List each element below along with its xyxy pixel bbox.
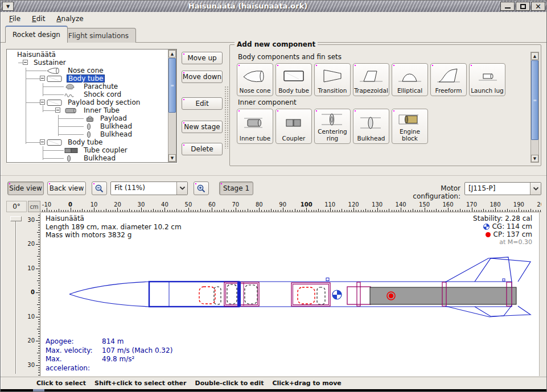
tree-expander-icon[interactable] (55, 108, 60, 113)
back-view-button[interactable]: Back view (47, 181, 86, 195)
ruler-label: 180 (490, 201, 500, 208)
move-up-button[interactable]: Move up (182, 52, 223, 64)
tree-scrollbar-thumb[interactable]: ≡ (168, 58, 176, 113)
inner-tube-outline[interactable] (224, 282, 259, 306)
parachute-outline-2[interactable] (298, 287, 315, 304)
tube-coupler-outline[interactable] (347, 287, 371, 304)
comp-nose-cone-button[interactable]: Nose cone (237, 63, 273, 96)
menu-analyze[interactable]: Analyze (51, 14, 88, 24)
tree-item-shock-cord[interactable]: Shock cord (7, 90, 167, 98)
tree-item-body-tube[interactable]: Body tube (7, 138, 167, 146)
stage-1-toggle[interactable]: Stage 1 (219, 181, 253, 195)
comp-button-label: Centering ring (315, 129, 349, 142)
tree-item-payload-body-section[interactable]: Payload body section (7, 98, 167, 106)
tree-item-bulkhead[interactable]: Bulkhead (7, 122, 167, 130)
zoom-in-button[interactable] (194, 181, 209, 195)
comp-bulkhead-button[interactable]: Bulkhead (353, 109, 389, 144)
tree-connector (43, 158, 64, 159)
comp-engine-block-button[interactable]: Engine block (392, 109, 428, 144)
apogee-value: 814 m (102, 337, 172, 346)
scroll-down-icon[interactable]: ▼ (531, 155, 538, 162)
delete-button[interactable]: Delete (182, 143, 223, 155)
tree-expander-icon[interactable] (40, 100, 45, 105)
tree-expander-icon[interactable] (40, 76, 45, 81)
comp-launch-lug-button[interactable]: Launch lug (469, 63, 505, 96)
new-stage-button[interactable]: New stage (182, 121, 223, 133)
zoom-level-combo[interactable]: Fit (11%) (110, 181, 188, 195)
scroll-up-icon[interactable]: ▲ (168, 50, 176, 57)
tree-expander-icon[interactable] (40, 139, 45, 145)
rocket-canvas[interactable]: Haisunäätä Length 189 cm, max. diameter … (41, 213, 540, 376)
launch-lug-marker[interactable] (326, 278, 329, 281)
rotation-slider-track[interactable] (15, 217, 17, 374)
tree-item-bulkhead[interactable]: Bulkhead (7, 130, 167, 138)
cg-marker (332, 290, 342, 299)
tube-separator-band[interactable] (237, 282, 241, 307)
minimize-button[interactable] (500, 2, 515, 11)
shock-cord-outline-2[interactable] (317, 287, 325, 304)
tree-scrollbar[interactable]: ▲ ≡ ▼ (168, 49, 176, 162)
acceleration-label: Max. acceleration: (46, 355, 102, 373)
comp-centering-ring-button[interactable]: Centering ring (314, 109, 351, 144)
rocket-name: Haisunäätä (46, 214, 182, 223)
maximize-button[interactable] (516, 2, 530, 11)
freeform-icon (435, 65, 462, 88)
comp-elliptical-button[interactable]: Elliptical (392, 63, 428, 96)
tree-item-sustainer[interactable]: Sustainer (7, 59, 167, 67)
component-scrollbar-thumb[interactable]: ≡ (531, 60, 538, 140)
elliptical-icon (397, 65, 423, 88)
help-hint: Shift+click to select other (94, 379, 187, 387)
motor-configuration-combo[interactable]: [J115-P] (464, 182, 541, 195)
side-view-button[interactable]: Side view (7, 181, 44, 195)
menu-file[interactable]: File (4, 14, 26, 24)
payload-outline-2[interactable] (245, 285, 257, 304)
group-label-inner-component: Inner component (238, 98, 528, 106)
group-label-body-components-and-fin-sets: Body components and fin sets (238, 53, 528, 61)
transition-icon (319, 65, 346, 88)
tree-item-label: Tube coupler (83, 146, 129, 154)
comp-transition-button[interactable]: Transition (314, 63, 351, 96)
tree-expander-icon[interactable] (23, 60, 28, 65)
taskbar-item[interactable] (33, 389, 44, 392)
add-component-panel: Add new component Body components and fi… (229, 44, 541, 166)
comp-button-label: Coupler (282, 135, 306, 142)
tab-flight-simulations[interactable]: Flight simulations (61, 28, 136, 43)
zoom-out-button[interactable] (92, 181, 107, 195)
tree-item-label: Parachute (83, 82, 119, 90)
close-button[interactable]: ✕ (531, 2, 545, 11)
comp-inner-tube-button[interactable]: Inner tube (237, 109, 273, 144)
payload-bay-outline[interactable] (291, 283, 330, 306)
help-hint: Click to select (36, 379, 86, 387)
comp-body-tube-button[interactable]: Body tube (275, 63, 312, 96)
move-down-button[interactable]: Move down (182, 71, 223, 83)
comp-button-label: Freeform (435, 88, 462, 94)
tree-item-parachute[interactable]: Parachute (7, 82, 167, 90)
scroll-up-icon[interactable]: ▲ (531, 52, 538, 60)
nose-cone-outline[interactable] (69, 282, 149, 307)
openrocket-window: ▼ Haisunäätä (haisunaata.ork) ✕ FileEdit… (0, 0, 547, 392)
tree-item-nose-cone[interactable]: Nose cone (7, 67, 167, 75)
bulkhead-band[interactable] (357, 282, 360, 306)
component-scrollbar[interactable]: ▲ ≡ ▼ (530, 52, 539, 163)
parachute-outline[interactable] (199, 287, 215, 304)
edit-button[interactable]: Edit (182, 97, 223, 110)
menu-edit[interactable]: Edit (27, 14, 50, 24)
comp-trapezoidal-button[interactable]: Trapezoidal (353, 63, 389, 96)
tree-item-bulkhead[interactable]: Bulkhead (7, 154, 167, 162)
tree-item-haisun-t[interactable]: Haisunäätä (7, 51, 167, 59)
tree-item-tube-coupler[interactable]: Tube coupler (7, 146, 167, 154)
ruler-label: 60 (208, 201, 216, 208)
payload-outline[interactable] (227, 284, 237, 304)
rotation-slider-handle[interactable] (10, 216, 22, 221)
component-groups: Body components and fin sets Nose cone B… (237, 51, 528, 163)
comp-freeform-button[interactable]: Freeform (430, 63, 467, 96)
comp-button-label: Transition (318, 88, 347, 94)
scroll-down-icon[interactable]: ▼ (168, 154, 176, 162)
tree-item-payload[interactable]: Payload (7, 114, 167, 122)
comp-coupler-button[interactable]: Coupler (275, 109, 312, 144)
view-toolbar: Side view Back view Fit (11%) Stage 1 Mo… (1, 175, 546, 199)
ruler-label: 30 (138, 201, 145, 208)
tab-rocket-design[interactable]: Rocket design (5, 26, 68, 43)
tree-item-inner-tube[interactable]: Inner Tube (7, 106, 167, 114)
tree-item-body-tube[interactable]: Body tube (7, 75, 167, 82)
